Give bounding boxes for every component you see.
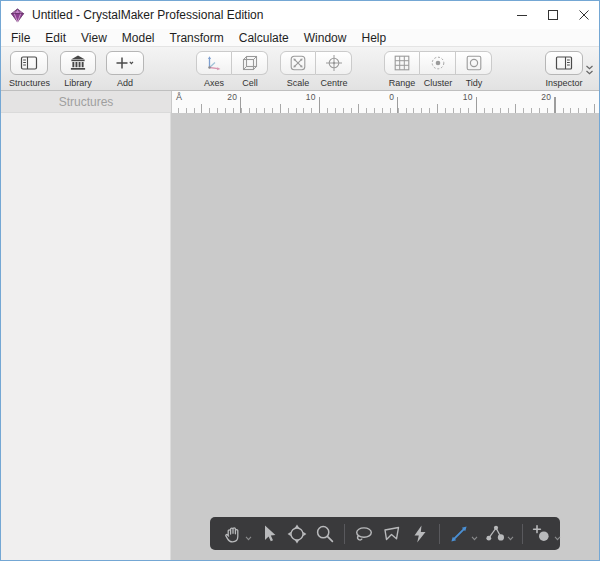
menu-window[interactable]: Window: [302, 31, 349, 45]
inspector-label: Inspector: [545, 78, 583, 88]
minimize-icon: [517, 10, 527, 20]
ruler-label-20-left: 20: [227, 92, 237, 102]
measure-angle-tool-button[interactable]: [484, 523, 514, 545]
main-toolbar: Structures Library: [1, 47, 599, 91]
structures-panel-title: Structures: [59, 95, 114, 109]
close-button[interactable]: [568, 1, 599, 29]
add-plus-icon: [114, 53, 136, 73]
ruler-row: Structures Å 20 10 0 10 20: [1, 91, 599, 113]
content-area: [1, 113, 599, 560]
scale-button[interactable]: Scale: [280, 51, 316, 88]
chevron-down-icon: [245, 536, 252, 541]
axes-cell-group: Axes Cell: [196, 51, 268, 88]
zoom-tool-button[interactable]: [314, 523, 336, 545]
ruler-label-10-right: 10: [463, 92, 473, 102]
scale-icon: [288, 53, 308, 73]
library-button[interactable]: Library: [59, 51, 97, 88]
range-button[interactable]: Range: [384, 51, 420, 88]
menu-view[interactable]: View: [79, 31, 109, 45]
tool-divider: [344, 524, 345, 544]
menu-help[interactable]: Help: [359, 31, 388, 45]
range-label: Range: [384, 78, 420, 88]
scale-label: Scale: [280, 78, 316, 88]
ruler-label-0: 0: [389, 92, 394, 102]
cluster-button[interactable]: Cluster: [420, 51, 456, 88]
lightning-bolt-icon: [409, 523, 431, 545]
toolbar-overflow-icon: [585, 65, 594, 76]
lasso-icon: [353, 523, 375, 545]
chevron-down-icon: [554, 536, 561, 541]
select-arrow-icon: [258, 523, 280, 545]
measure-angle-icon: [484, 523, 506, 545]
cluster-label: Cluster: [420, 78, 456, 88]
close-icon: [579, 10, 589, 20]
zoom-magnifier-icon: [314, 523, 336, 545]
tool-divider: [522, 524, 523, 544]
add-label: Add: [105, 78, 145, 88]
add-atom-tool-button[interactable]: [531, 523, 561, 545]
chevron-down-icon: [507, 536, 514, 541]
tidy-icon: [464, 53, 484, 73]
scale-centre-group: Scale Centre: [280, 51, 352, 88]
ruler-label-10-left: 10: [306, 92, 316, 102]
add-atom-icon: [531, 523, 553, 545]
polygon-select-icon: [381, 523, 403, 545]
library-building-icon: [68, 53, 88, 73]
cell-button[interactable]: Cell: [232, 51, 268, 88]
polygon-select-tool-button[interactable]: [381, 523, 403, 545]
lasso-select-tool-button[interactable]: [353, 523, 375, 545]
tool-divider: [439, 524, 440, 544]
structures-panel-header: Structures: [1, 91, 171, 113]
menu-model[interactable]: Model: [120, 31, 157, 45]
toolbar-overflow-button[interactable]: [585, 62, 594, 80]
rotate-tool-button[interactable]: [222, 523, 252, 545]
window-controls: [506, 1, 599, 29]
ruler-label-20-right: 20: [541, 92, 551, 102]
add-button[interactable]: Add: [105, 51, 145, 88]
library-label: Library: [59, 78, 97, 88]
chevron-down-icon: [471, 536, 478, 541]
range-cluster-tidy-group: Range Cluster Tidy: [384, 51, 492, 88]
app-window: Untitled - CrystalMaker Professional Edi…: [0, 0, 600, 561]
axes-label: Axes: [196, 78, 232, 88]
structures-button[interactable]: Structures: [9, 51, 49, 88]
minimize-button[interactable]: [506, 1, 537, 29]
menu-calculate[interactable]: Calculate: [237, 31, 291, 45]
structures-panel-icon: [19, 53, 39, 73]
range-grid-icon: [392, 53, 412, 73]
rotate-hand-icon: [222, 523, 244, 545]
cluster-icon: [428, 53, 448, 73]
tidy-label: Tidy: [456, 78, 492, 88]
structures-sidebar: [1, 113, 171, 560]
cell-label: Cell: [232, 78, 268, 88]
axes-icon: [204, 53, 224, 73]
menu-bar: File Edit View Model Transform Calculate…: [1, 29, 599, 47]
select-tool-button[interactable]: [258, 523, 280, 545]
move-icon: [286, 523, 308, 545]
window-title: Untitled - CrystalMaker Professional Edi…: [32, 8, 263, 22]
inspector-button[interactable]: Inspector: [545, 51, 583, 88]
cell-cube-icon: [240, 53, 260, 73]
title-bar[interactable]: Untitled - CrystalMaker Professional Edi…: [1, 1, 599, 29]
centre-crosshair-icon: [324, 53, 344, 73]
measure-distance-icon: [448, 523, 470, 545]
model-canvas[interactable]: [171, 113, 599, 560]
menu-edit[interactable]: Edit: [43, 31, 68, 45]
tidy-button[interactable]: Tidy: [456, 51, 492, 88]
maximize-icon: [548, 10, 558, 20]
maximize-button[interactable]: [537, 1, 568, 29]
menu-file[interactable]: File: [9, 31, 32, 45]
crystalmaker-logo-icon: [10, 8, 25, 23]
quick-tool-button[interactable]: [409, 523, 431, 545]
translate-tool-button[interactable]: [286, 523, 308, 545]
centre-button[interactable]: Centre: [316, 51, 352, 88]
inspector-panel-icon: [554, 53, 574, 73]
structures-label: Structures: [9, 78, 49, 88]
menu-transform[interactable]: Transform: [168, 31, 226, 45]
tool-palette: [210, 517, 560, 550]
measure-distance-tool-button[interactable]: [448, 523, 478, 545]
axes-button[interactable]: Axes: [196, 51, 232, 88]
horizontal-ruler: Å 20 10 0 10 20: [171, 91, 599, 113]
ruler-unit-label: Å: [176, 92, 182, 102]
centre-label: Centre: [316, 78, 352, 88]
